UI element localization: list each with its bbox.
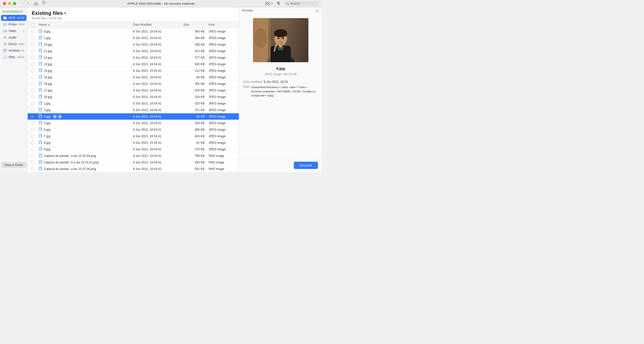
- sidebar-item-audio[interactable]: Audio: [1, 35, 26, 41]
- sidebar-item-all-files[interactable]: All files 49346: [1, 15, 26, 21]
- row-checkbox[interactable]: [31, 89, 34, 92]
- table-row[interactable]: 5.jpg8 Jun 2021, 16:54:41329 KBJPEG imag…: [28, 120, 239, 126]
- row-checkbox[interactable]: [31, 161, 34, 164]
- row-checkbox[interactable]: [31, 154, 34, 157]
- file-size: 377 KB: [181, 55, 207, 60]
- row-checkbox[interactable]: [31, 62, 34, 66]
- table-row[interactable]: 6.jpg8 Jun 2021, 16:54:41385 KBJPEG imag…: [28, 126, 239, 133]
- file-name-cell: Captura de pantall...a las 10.37.00.png: [37, 166, 131, 172]
- table-row[interactable]: 13.jpg8 Jun 2021, 16:54:41345 KBJPEG ima…: [28, 61, 239, 67]
- svg-rect-27: [39, 88, 41, 91]
- table-row[interactable]: 7.jpg8 Jun 2021, 16:54:41404 KBJPEG imag…: [28, 133, 239, 140]
- show-in-finder-button[interactable]: Show in Finder: [1, 162, 26, 168]
- sidebar-item-documents[interactable]: Documents 4829: [1, 41, 26, 47]
- row-checkbox[interactable]: [31, 167, 34, 170]
- row-checkbox[interactable]: [31, 95, 34, 98]
- file-kind: JPEG image: [207, 121, 237, 126]
- row-checkbox-cell: [30, 108, 37, 112]
- sidebar-item-pictures[interactable]: Pictures 3816: [1, 21, 26, 27]
- header-date[interactable]: Date Modified: [131, 21, 181, 28]
- file-kind: JPEG image: [207, 68, 237, 73]
- table-row[interactable]: 17.jpg8 Jun 2021, 16:54:41425 KBJPEG ima…: [28, 87, 239, 94]
- file-date: 8 Jun 2021, 16:54:41: [131, 62, 181, 67]
- table-row[interactable]: Captura de pantall...a las 10.32.54.png8…: [28, 153, 239, 159]
- file-kind: PNG image: [207, 153, 237, 158]
- row-checkbox[interactable]: [31, 102, 34, 105]
- row-checkbox[interactable]: [31, 36, 34, 40]
- header-checkbox[interactable]: [32, 23, 35, 26]
- table-row[interactable]: 18.jpg8 Jun 2021, 16:54:41319 KBJPEG ima…: [28, 94, 239, 100]
- table-row[interactable]: 10.jpg8 Jun 2021, 16:54:41298 KBJPEG ima…: [28, 41, 239, 48]
- minimize-button[interactable]: [8, 2, 11, 5]
- preview-image-container: [253, 18, 308, 62]
- table-row[interactable]: 16.jpg8 Jun 2021, 16:54:41355 KBJPEG ima…: [28, 81, 239, 87]
- view-toggle[interactable]: ▼: [265, 2, 273, 5]
- table-row[interactable]: 1.jpg8 Jun 2021, 16:54:41294 KBJPEG imag…: [28, 35, 239, 41]
- table-row[interactable]: 12.jpg8 Jun 2021, 16:54:41377 KBJPEG ima…: [28, 54, 239, 61]
- file-date: 8 Jun 2021, 16:54:41: [131, 134, 181, 139]
- svg-rect-28: [39, 95, 41, 98]
- row-checkbox[interactable]: [31, 148, 34, 151]
- table-row[interactable]: 0.jpg8 Jun 2021, 16:54:41365 KBJPEG imag…: [28, 28, 239, 35]
- file-kind: PNG image: [207, 166, 237, 171]
- row-checkbox[interactable]: [31, 82, 34, 85]
- sidebar-item-other[interactable]: Other 40620: [1, 54, 26, 60]
- table-row[interactable]: 9.jpg8 Jun 2021, 16:54:41370 KBJPEG imag…: [28, 146, 239, 153]
- header-size[interactable]: Size: [181, 21, 207, 28]
- svg-point-55: [277, 43, 278, 45]
- sidebar-label-video: Video: [9, 29, 21, 33]
- home-button[interactable]: [33, 1, 39, 6]
- sidebar-item-archives[interactable]: Archives 80: [1, 48, 26, 54]
- row-checkbox[interactable]: [31, 128, 34, 131]
- file-name-cell: 8.jpg: [37, 140, 131, 146]
- row-checkbox[interactable]: [31, 30, 34, 33]
- file-kind: JPEG image: [207, 36, 237, 41]
- star-row-icon[interactable]: ✦: [58, 115, 62, 119]
- title-dropdown-icon[interactable]: ▾: [64, 11, 66, 15]
- file-kind: JPEG image: [207, 108, 237, 113]
- search-box[interactable]: 🔍: [284, 1, 319, 6]
- header-name[interactable]: Name ▲: [37, 21, 131, 28]
- table-row[interactable]: 3.jpg8 Jun 2021, 16:54:41371 KBJPEG imag…: [28, 107, 239, 113]
- row-checkbox[interactable]: [31, 49, 34, 53]
- row-checkbox[interactable]: [31, 69, 34, 72]
- row-checkbox[interactable]: [31, 43, 34, 46]
- table-row[interactable]: Captura de pantall...a las 10.37.00.png8…: [28, 166, 239, 172]
- table-row[interactable]: 11.jpg8 Jun 2021, 16:54:41413 KBJPEG ima…: [28, 48, 239, 54]
- navigation-buttons: ‹ ›: [20, 1, 46, 6]
- table-row[interactable]: 14.jpg8 Jun 2021, 16:54:41212 KBJPEG ima…: [28, 67, 239, 74]
- table-row[interactable]: 15.jpg8 Jun 2021, 16:54:4184 KBJPEG imag…: [28, 74, 239, 81]
- row-checkbox[interactable]: [31, 121, 34, 125]
- recover-button[interactable]: Recover: [294, 162, 318, 169]
- content-subtitle: 49346 files / 53,56 GB: [32, 17, 235, 20]
- row-checkbox[interactable]: [31, 115, 34, 118]
- file-type-icon: [39, 101, 42, 106]
- view-dropdown-icon: ▼: [271, 2, 273, 5]
- file-name-cell: 3.jpg: [37, 107, 131, 113]
- row-checkbox[interactable]: [31, 134, 34, 138]
- forward-button[interactable]: ›: [26, 1, 30, 5]
- row-checkbox[interactable]: [31, 56, 34, 59]
- svg-rect-0: [266, 2, 267, 4]
- sidebar-label-all-files: All files: [9, 16, 15, 20]
- header-kind[interactable]: Kind: [207, 21, 237, 28]
- play-button[interactable]: [43, 1, 46, 6]
- file-kind: JPEG image: [207, 88, 237, 93]
- filter-button[interactable]: [276, 2, 281, 6]
- close-button[interactable]: [3, 2, 6, 5]
- preview-row-icon[interactable]: [53, 115, 57, 119]
- sidebar-item-video[interactable]: Video 1: [1, 28, 26, 34]
- search-input[interactable]: [290, 2, 317, 5]
- row-checkbox[interactable]: [31, 108, 34, 112]
- table-row[interactable]: 4.jpg✦8 Jun 2021, 16:54:4166 KBJPEG imag…: [28, 113, 239, 120]
- file-size: 501 KB: [181, 166, 207, 171]
- preview-expand-icon[interactable]: ⬜: [315, 9, 319, 12]
- table-row[interactable]: 2.jpg8 Jun 2021, 16:54:41333 KBJPEG imag…: [28, 100, 239, 107]
- back-button[interactable]: ‹: [20, 1, 25, 5]
- table-row[interactable]: Captura de pantall...8 a las 10.33.31.pn…: [28, 159, 239, 166]
- maximize-button[interactable]: [13, 2, 16, 5]
- row-checkbox[interactable]: [31, 141, 34, 144]
- table-row[interactable]: 8.jpg8 Jun 2021, 16:54:4181 KBJPEG image: [28, 140, 239, 146]
- row-checkbox[interactable]: [31, 76, 34, 79]
- svg-point-11: [4, 24, 5, 24]
